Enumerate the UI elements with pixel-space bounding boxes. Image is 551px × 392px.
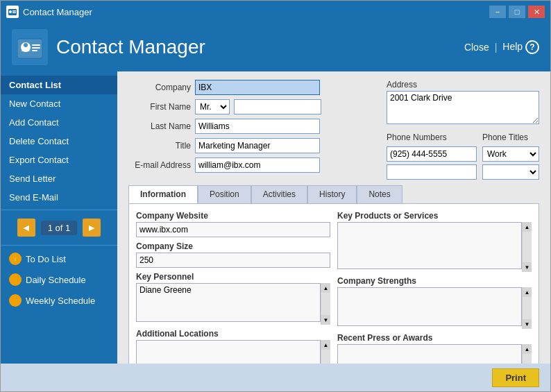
- main-content: Contact List New Contact Add Contact Del…: [1, 71, 550, 364]
- weekly-icon: [9, 294, 22, 307]
- svg-rect-2: [12, 10, 16, 12]
- tab-activities[interactable]: Activities: [251, 185, 307, 203]
- title-input[interactable]: [195, 138, 320, 153]
- svg-text:i: i: [15, 256, 16, 262]
- email-label: E-mail Address: [128, 160, 191, 170]
- form-fields-left: Company First Name Mr. Ms. Dr. Last Na: [128, 80, 373, 180]
- svg-rect-3: [12, 12, 16, 14]
- scroll-up-arrow2[interactable]: ▲: [321, 340, 330, 350]
- app-icon: [12, 29, 48, 65]
- recent-press-input[interactable]: [337, 344, 522, 364]
- print-button[interactable]: Print: [492, 368, 539, 387]
- scroll-up-arrow4[interactable]: ▲: [523, 287, 532, 297]
- sidebar-item-weekly-schedule[interactable]: Weekly Schedule: [1, 290, 117, 311]
- address-input[interactable]: 2001 Clark Drive: [387, 91, 539, 124]
- recent-press-label: Recent Press or Awards: [337, 333, 532, 343]
- svg-point-13: [12, 297, 19, 304]
- app-title: Contact Manager: [56, 36, 205, 58]
- sidebar-item-export-contact[interactable]: Export Contact: [1, 151, 117, 169]
- first-name-row: First Name Mr. Ms. Dr.: [128, 99, 373, 114]
- sidebar-item-new-contact[interactable]: New Contact: [1, 94, 117, 113]
- nav-prev-button[interactable]: ◄: [17, 219, 35, 237]
- title-bar-controls: − □ ✕: [489, 6, 545, 18]
- title-bar: Contact Manager − □ ✕: [1, 1, 550, 23]
- scroll-down-arrow3[interactable]: ▼: [523, 262, 532, 272]
- sidebar-item-to-do-list[interactable]: i To Do List: [1, 248, 117, 269]
- additional-locations-wrapper: ▲ ▼: [136, 340, 330, 364]
- tab-history[interactable]: History: [307, 185, 357, 203]
- sidebar: Contact List New Contact Add Contact Del…: [1, 71, 117, 364]
- info-left-col: Company Website Company Size Key Personn…: [136, 211, 330, 364]
- main-window: Contact Manager − □ ✕ Contact Manager: [0, 0, 551, 392]
- company-strengths-label: Company Strengths: [337, 276, 532, 286]
- last-name-row: Last Name: [128, 119, 373, 134]
- svg-point-12: [12, 276, 19, 283]
- header-separator: |: [495, 42, 498, 53]
- sidebar-item-delete-contact[interactable]: Delete Contact: [1, 132, 117, 151]
- close-link[interactable]: Close: [464, 42, 489, 53]
- last-name-label: Last Name: [128, 121, 191, 131]
- company-row: Company: [128, 80, 373, 95]
- key-products-scrollbar: ▲ ▼: [522, 222, 532, 272]
- company-strengths-input[interactable]: [337, 287, 522, 326]
- form-fields-right: Address 2001 Clark Drive Phone Numbers P…: [387, 80, 539, 180]
- tab-position[interactable]: Position: [198, 185, 251, 203]
- sidebar-item-contact-list[interactable]: Contact List: [1, 76, 117, 94]
- company-strengths-wrapper: ▲ ▼: [337, 287, 532, 329]
- phone1-input[interactable]: [387, 146, 477, 162]
- phone2-input[interactable]: [387, 164, 477, 180]
- phone-title1-select[interactable]: Work Home Mobile: [482, 146, 539, 162]
- svg-point-6: [24, 43, 28, 47]
- title-label: Title: [128, 141, 191, 151]
- phone-title2-select[interactable]: Work Home: [482, 164, 539, 180]
- last-name-input[interactable]: [195, 119, 320, 134]
- company-size-label: Company Size: [136, 241, 330, 251]
- scroll-down-arrow4[interactable]: ▼: [523, 319, 532, 329]
- additional-locations-label: Additional Locations: [136, 329, 330, 339]
- email-row: E-mail Address: [128, 157, 373, 173]
- phone-row: Phone Numbers Phone Titles Work Home Mob…: [387, 133, 539, 180]
- tabs-container: Information Position Activities History …: [128, 185, 539, 364]
- additional-locations-input[interactable]: [136, 340, 321, 364]
- sidebar-item-daily-schedule[interactable]: Daily Schedule: [1, 269, 117, 290]
- sidebar-divider-2: [1, 245, 117, 246]
- minimize-button[interactable]: −: [489, 6, 506, 18]
- first-name-label: First Name: [128, 102, 191, 112]
- key-products-input[interactable]: [337, 222, 522, 269]
- company-input[interactable]: [195, 80, 320, 95]
- company-website-input[interactable]: [136, 222, 330, 237]
- sidebar-item-send-letter[interactable]: Send Letter: [1, 169, 117, 188]
- close-button[interactable]: ✕: [528, 6, 545, 18]
- app-header: Contact Manager Close | Help ?: [1, 23, 550, 71]
- info-right-col: Key Products or Services ▲ ▼ Company Str…: [337, 211, 532, 364]
- phone-numbers-col: Phone Numbers: [387, 133, 477, 180]
- tab-notes[interactable]: Notes: [357, 185, 402, 203]
- first-name-input[interactable]: [234, 99, 321, 114]
- tab-content-information: Company Website Company Size Key Personn…: [128, 203, 539, 364]
- sidebar-nav: ◄ 1 of 1 ►: [1, 213, 117, 242]
- nav-next-button[interactable]: ►: [83, 219, 101, 237]
- scroll-up-arrow[interactable]: ▲: [321, 283, 330, 293]
- scroll-up-arrow5[interactable]: ▲: [523, 344, 532, 354]
- title-bar-title: Contact Manager: [23, 7, 489, 17]
- help-icon: ?: [525, 40, 539, 54]
- tab-information[interactable]: Information: [128, 185, 198, 203]
- sidebar-item-add-contact[interactable]: Add Contact: [1, 113, 117, 132]
- svg-rect-9: [32, 50, 37, 51]
- additional-locations-scrollbar: ▲ ▼: [321, 340, 330, 364]
- help-link[interactable]: Help ?: [502, 40, 539, 54]
- company-size-input[interactable]: [136, 253, 330, 268]
- svg-rect-8: [32, 47, 40, 49]
- maximize-button[interactable]: □: [509, 6, 525, 18]
- scroll-up-arrow3[interactable]: ▲: [523, 222, 532, 232]
- email-input[interactable]: [195, 157, 320, 173]
- scroll-down-arrow[interactable]: ▼: [321, 315, 330, 325]
- key-personnel-wrapper: Diane Greene ▲ ▼: [136, 283, 330, 325]
- header-left: Contact Manager: [12, 29, 205, 65]
- tabs-header: Information Position Activities History …: [128, 185, 539, 203]
- name-prefix-select[interactable]: Mr. Ms. Dr.: [195, 99, 230, 114]
- title-row: Title: [128, 138, 373, 153]
- sidebar-item-send-email[interactable]: Send E-Mail: [1, 188, 117, 207]
- key-personnel-input[interactable]: Diane Greene: [136, 283, 321, 322]
- key-products-wrapper: ▲ ▼: [337, 222, 532, 272]
